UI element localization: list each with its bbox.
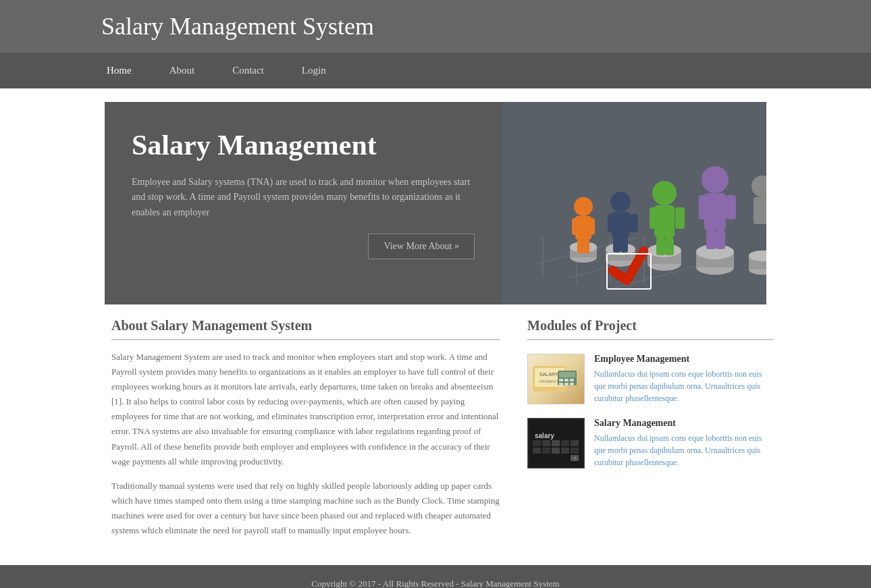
view-more-button[interactable]: View More About »: [368, 234, 475, 259]
svg-rect-57: [559, 372, 575, 377]
svg-rect-32: [629, 214, 638, 232]
about-paragraph-2: Traditionally manual systems were used t…: [111, 479, 500, 538]
main-content: About Salary Management System Salary Ma…: [105, 318, 766, 538]
svg-rect-47: [706, 230, 716, 249]
module-employee-desc: Nullamlacus dui ipsum cons eque lobortti…: [594, 368, 774, 404]
svg-text:salary: salary: [535, 432, 554, 439]
svg-rect-25: [572, 218, 580, 235]
footer-text: Copyright © 2017 - All Rights Reserved -…: [311, 579, 559, 588]
module-salary-info: Salary Management Nullamlacus dui ipsum …: [594, 418, 774, 469]
site-footer: Copyright © 2017 - All Rights Reserved -…: [0, 565, 871, 588]
svg-rect-33: [613, 238, 621, 252]
svg-rect-61: [559, 383, 563, 385]
svg-text:PAYMENT: PAYMENT: [539, 379, 558, 383]
svg-point-23: [574, 197, 593, 216]
about-heading: About Salary Management System: [111, 318, 500, 340]
svg-rect-28: [583, 240, 589, 253]
hero-illustration: [502, 102, 766, 304]
svg-rect-38: [663, 207, 672, 229]
svg-rect-65: [533, 440, 541, 446]
site-title: Salary Management System: [101, 12, 871, 41]
svg-rect-34: [621, 238, 628, 252]
hero-content: Salary Management Employee and Salary sy…: [105, 102, 502, 304]
svg-rect-59: [564, 379, 569, 381]
svg-point-29: [610, 192, 631, 212]
svg-rect-62: [564, 383, 569, 385]
svg-rect-40: [656, 238, 665, 255]
svg-rect-60: [570, 379, 574, 381]
hero-image: [502, 102, 766, 304]
svg-rect-45: [714, 195, 724, 219]
nav-home[interactable]: Home: [88, 53, 151, 88]
nav-login[interactable]: Login: [283, 53, 345, 88]
svg-rect-37: [650, 207, 659, 229]
modules-heading: Modules of Project: [527, 318, 774, 340]
nav-contact[interactable]: Contact: [213, 53, 283, 88]
module-salary-title: Salary Management: [594, 418, 774, 429]
svg-rect-26: [587, 218, 595, 235]
svg-rect-44: [699, 195, 709, 219]
hero-title: Salary Management: [132, 129, 475, 161]
svg-rect-46: [726, 195, 736, 219]
about-section: About Salary Management System Salary Ma…: [111, 318, 500, 538]
module-thumb-employee: SALARY PAYMENT: [527, 354, 585, 404]
svg-rect-58: [559, 379, 563, 381]
about-paragraph-1: Salary Management System are used to tra…: [111, 350, 500, 469]
svg-point-42: [702, 166, 729, 193]
svg-rect-69: [571, 440, 579, 446]
svg-rect-48: [716, 230, 725, 249]
svg-rect-73: [561, 448, 569, 454]
module-employee-management: SALARY PAYMENT Employee Management Nulla…: [527, 354, 774, 404]
module-employee-title: Employee Management: [594, 354, 774, 365]
svg-rect-63: [570, 383, 574, 385]
svg-rect-50: [754, 197, 766, 224]
svg-point-35: [652, 181, 677, 205]
module-thumb-salary: salary ?: [527, 418, 585, 469]
svg-text:?: ?: [573, 456, 577, 462]
svg-rect-72: [552, 448, 560, 454]
svg-rect-74: [571, 448, 579, 454]
svg-rect-66: [542, 440, 550, 446]
svg-rect-39: [675, 207, 685, 229]
modules-section: Modules of Project SALARY PAYMENT: [527, 318, 774, 538]
svg-text:SALARY: SALARY: [539, 372, 558, 377]
site-header: Salary Management System: [0, 0, 871, 53]
module-employee-info: Employee Management Nullamlacus dui ipsu…: [594, 354, 774, 404]
svg-rect-68: [561, 440, 569, 446]
hero-banner: Salary Management Employee and Salary sy…: [105, 102, 766, 304]
svg-rect-31: [608, 214, 616, 232]
svg-rect-70: [533, 448, 541, 454]
svg-rect-67: [552, 440, 560, 446]
module-salary-desc: Nullamlacus dui ipsum cons eque lobortti…: [594, 432, 774, 469]
module-salary-management: salary ? Salary Management Nullamlacus d…: [527, 418, 774, 469]
svg-rect-41: [665, 238, 674, 255]
hero-description: Employee and Salary systems (TNA) are us…: [132, 175, 475, 220]
main-nav: Home About Contact Login: [0, 53, 871, 88]
nav-about[interactable]: About: [151, 53, 214, 88]
svg-rect-71: [542, 448, 550, 454]
